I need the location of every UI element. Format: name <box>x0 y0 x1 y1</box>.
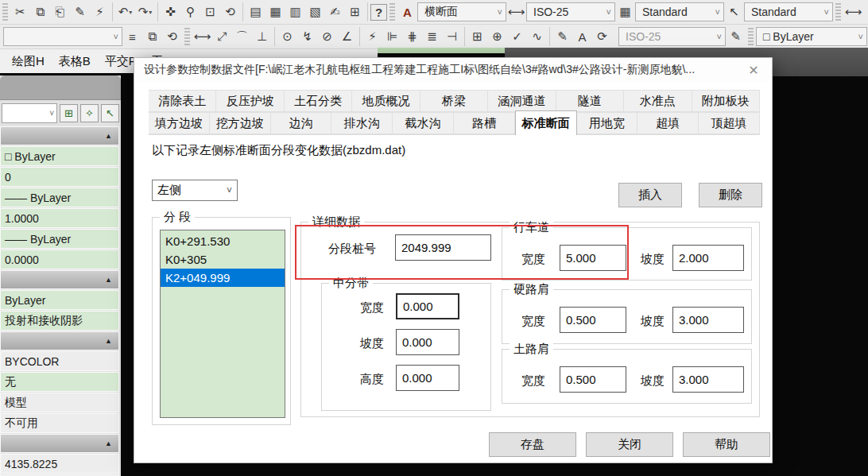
make-object-layer-current-icon[interactable]: ≡ <box>122 27 142 47</box>
tab-additional-slab[interactable]: 附加板块 <box>692 90 760 112</box>
text-angle-icon[interactable]: A <box>572 27 592 47</box>
properties-palette-icon[interactable]: ▤ <box>246 2 265 22</box>
tolerance-icon[interactable]: ⊞ <box>467 27 487 47</box>
zoom-icon[interactable]: ⚲ <box>180 2 200 22</box>
median-width-input[interactable] <box>396 293 459 319</box>
tab-soil-rock-classification[interactable]: 土石分类 <box>285 90 352 112</box>
help-button[interactable]: 帮助 <box>683 432 770 457</box>
text-style-icon[interactable]: A <box>397 2 417 22</box>
undo-icon[interactable]: ↶ <box>115 2 135 22</box>
center-mark-icon[interactable]: ⊕ <box>487 27 507 47</box>
toolbar-grip[interactable] <box>748 28 754 45</box>
section-collapse-icon[interactable]: ▲ <box>0 270 119 289</box>
dimension-break-icon[interactable]: ⊣ <box>442 27 462 47</box>
station-input[interactable] <box>395 234 491 261</box>
jogged-dimension-icon[interactable]: ↯ <box>297 27 317 47</box>
selection-filter-dropdown[interactable] <box>2 103 57 123</box>
copy-icon[interactable]: ⧉ <box>30 2 50 22</box>
property-row-layer[interactable]: 0 <box>0 167 119 187</box>
tab-overfill[interactable]: 超填 <box>637 112 699 134</box>
tab-road-trough[interactable]: 路槽 <box>454 112 515 134</box>
property-row-plot-style-table[interactable]: 无 <box>0 372 119 392</box>
tab-drainage-ditch[interactable]: 排水沟 <box>331 112 393 134</box>
property-row-material[interactable]: ByLayer <box>0 290 119 310</box>
segment-listbox[interactable]: K0+291.530K0+305K2+049.999 <box>160 230 285 418</box>
median-slope-input[interactable] <box>396 329 459 355</box>
baseline-dimension-icon[interactable]: ⊫ <box>382 27 402 47</box>
multileader-style-dropdown[interactable]: Standard <box>744 2 833 21</box>
tab-side-ditch[interactable]: 边沟 <box>271 112 332 134</box>
match-properties-icon[interactable]: ✎ <box>70 2 90 22</box>
menu-draw[interactable]: 绘图H <box>5 52 52 71</box>
select-objects-icon[interactable]: ↖ <box>101 104 119 122</box>
dialog-title-bar[interactable]: 设计参数控制数据文件[F:\岷江老木孔航电枢纽工程筹建工程施工I标\图纸自绘\3… <box>134 58 772 82</box>
dimension-style-brush-icon[interactable]: ✎ <box>726 27 746 47</box>
insert-button[interactable]: 插入 <box>618 183 682 207</box>
tab-cut-slope[interactable]: 挖方边坡 <box>210 112 271 134</box>
quickcalc-icon[interactable]: ⊞ <box>345 2 365 22</box>
toolbar-grip[interactable] <box>184 28 190 45</box>
table-style-icon[interactable]: ▦ <box>615 2 635 22</box>
tab-top-overfill[interactable]: 顶超填 <box>699 112 760 134</box>
lane-width-input[interactable] <box>560 245 626 271</box>
property-row-color[interactable]: □ ByLayer <box>0 146 119 166</box>
segment-item[interactable]: K0+291.530 <box>161 232 285 250</box>
toolbar-grip[interactable] <box>2 3 8 21</box>
close-icon[interactable]: ✕ <box>743 61 764 79</box>
dimension-style-dropdown-2[interactable]: ISO-25 <box>618 27 726 46</box>
markup-set-manager-icon[interactable]: ✍ <box>325 2 345 22</box>
hard-shoulder-width-input[interactable] <box>560 307 626 333</box>
delete-button[interactable]: 删除 <box>699 183 762 207</box>
diameter-dimension-icon[interactable]: ⊘ <box>317 27 337 47</box>
close-button[interactable]: 关闭 <box>586 432 673 457</box>
color-dropdown[interactable]: □ ByLayer <box>756 27 867 46</box>
help-icon[interactable]: ? <box>370 4 387 21</box>
property-row-plot-style[interactable]: BYCOLOR <box>0 351 119 371</box>
toolbar-grip[interactable] <box>835 3 841 21</box>
radius-dimension-icon[interactable]: ⊙ <box>277 27 297 47</box>
segment-item[interactable]: K2+049.999 <box>161 269 285 287</box>
dimension-toolbar-icon[interactable]: ⟷ <box>843 2 863 22</box>
side-select-dropdown[interactable]: 左侧 <box>152 180 238 201</box>
table-style-dropdown[interactable]: Standard <box>635 2 724 21</box>
dimension-style-icon[interactable]: ⟷ <box>506 2 526 22</box>
toolbar-grip[interactable] <box>389 3 395 21</box>
segment-item[interactable]: K0+305 <box>161 250 285 269</box>
hard-shoulder-slope-input[interactable] <box>672 307 744 333</box>
redo-icon[interactable]: ↷ <box>135 2 155 22</box>
tool-palettes-icon[interactable]: ▥ <box>285 2 305 22</box>
angular-dimension-icon[interactable]: ∠ <box>337 27 357 47</box>
layer-previous-icon[interactable]: ⟲ <box>162 27 182 47</box>
zoom-previous-icon[interactable]: ⟲ <box>220 2 240 22</box>
property-row-lineweight[interactable]: —— ByLayer <box>0 229 119 249</box>
sheet-set-manager-icon[interactable]: ▧ <box>305 2 325 22</box>
tab-intercepting-ditch[interactable]: 截水沟 <box>393 112 454 134</box>
tab-geology-overview[interactable]: 地质概况 <box>352 90 420 112</box>
linear-dimension-icon[interactable]: ⟷ <box>192 27 212 47</box>
multileader-style-icon[interactable]: ↖ <box>724 2 744 22</box>
tab-tunnel[interactable]: 隧道 <box>556 90 624 112</box>
oblique-icon[interactable]: ✎ <box>552 27 572 47</box>
property-row-plot-table-type[interactable]: 不可用 <box>0 413 119 433</box>
arc-length-dimension-icon[interactable]: ⌒ <box>232 27 252 47</box>
soil-shoulder-width-input[interactable] <box>560 366 626 393</box>
property-row-thickness[interactable]: 0.0000 <box>0 250 119 269</box>
property-row-shadow[interactable]: 投射和接收阴影 <box>0 311 119 331</box>
property-row-plot-space[interactable]: 模型 <box>0 393 119 412</box>
cut-icon[interactable]: ✂ <box>10 2 30 22</box>
dimension-update-icon[interactable]: ⟳ <box>592 27 612 47</box>
continue-dimension-icon[interactable]: ⋕ <box>402 27 422 47</box>
soil-shoulder-slope-input[interactable] <box>672 366 744 393</box>
layer-properties-icon[interactable]: ⧉ <box>142 27 162 47</box>
section-collapse-icon[interactable]: ▲ <box>0 331 119 350</box>
section-collapse-icon[interactable]: ▲ <box>0 126 119 145</box>
tab-benchmark[interactable]: 水准点 <box>624 90 692 112</box>
select-new-icon[interactable]: ⊞ <box>60 104 78 122</box>
quick-select-icon[interactable]: ✧ <box>80 104 99 122</box>
zoom-window-icon[interactable]: ⊡ <box>200 2 220 22</box>
ordinate-dimension-icon[interactable]: ⊥ <box>252 27 272 47</box>
tab-bridge[interactable]: 桥梁 <box>420 90 488 112</box>
inspect-icon[interactable]: ✓ <box>507 27 527 47</box>
pan-icon[interactable]: ✜ <box>161 2 180 22</box>
tab-culvert-passage[interactable]: 涵洞通道 <box>488 90 556 112</box>
